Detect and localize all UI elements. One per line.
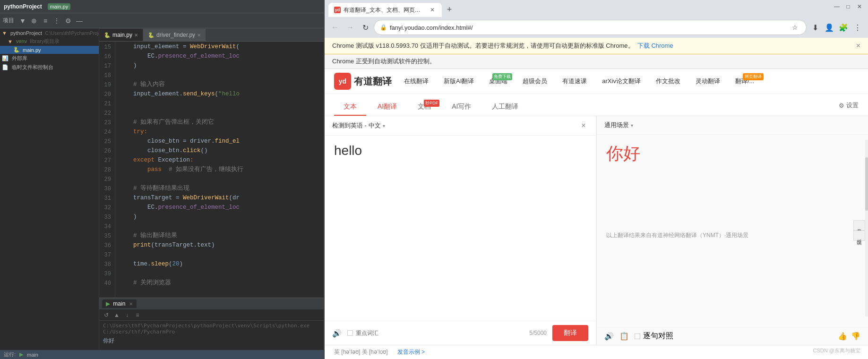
thumbs-down-btn[interactable]: 👎 — [851, 332, 860, 341]
keyword-checkbox[interactable] — [347, 330, 353, 336]
code-line-17: ) — [119, 61, 320, 71]
nav-webpage-trans[interactable]: 翻译/... 网页翻译 — [732, 75, 757, 87]
run-stop-btn[interactable]: ▲ — [112, 311, 121, 319]
tab-ai-write[interactable]: AI写作 — [442, 99, 481, 116]
code-line-38: time.sleep(20) — [119, 260, 320, 269]
thumbs-up-btn[interactable]: 👍 — [838, 332, 847, 341]
code-line-21 — [119, 99, 320, 109]
nav-speed-course[interactable]: 有道速课 — [559, 75, 590, 87]
tab-driver-finder-close[interactable]: ✕ — [197, 33, 201, 38]
automation-bar: Chrome 正受到自动测试软件的控制。 — [325, 54, 868, 69]
nav-forward-btn[interactable]: → — [344, 21, 357, 34]
nav-vip[interactable]: 超级会员 — [520, 75, 550, 87]
toolbar-dropdown-btn[interactable]: ▼ — [18, 16, 27, 26]
run-rerun-btn[interactable]: ↺ — [102, 311, 111, 319]
website-content: yd 有道翻译 在线翻译 新版AI翻译 桌面端 免费下载 超级会员 有道速课 a… — [325, 69, 868, 359]
run-tab-close[interactable]: ✕ — [129, 301, 133, 307]
bookmark-icon[interactable]: ☆ — [789, 22, 800, 33]
yd-logo[interactable]: yd 有道翻译 — [334, 73, 392, 90]
code-line-22 — [119, 109, 320, 118]
tree-item-venv[interactable]: ▼ venv library根目录 — [0, 37, 99, 46]
statusbar-run-label: 运行: — [4, 351, 16, 358]
nav-desktop[interactable]: 桌面端 免费下载 — [486, 75, 510, 87]
toolbar-build-btn[interactable]: ⋮ — [52, 16, 61, 26]
run-settings-btn[interactable]: ≡ — [133, 311, 142, 319]
run-icon: ▶ — [106, 300, 110, 307]
translate-btn[interactable]: 翻译 — [552, 325, 588, 341]
address-lock-icon: 🔒 — [380, 24, 387, 31]
window-maximize-btn[interactable]: □ — [843, 2, 853, 11]
toolbar-settings-btn[interactable]: ⚙ — [63, 16, 73, 26]
tree-item-external-libs[interactable]: 📊 外部库 — [0, 54, 99, 63]
run-output: 你好 — [103, 337, 320, 345]
nav-back-btn[interactable]: ← — [328, 21, 342, 34]
profile-icon[interactable]: 👤 — [823, 21, 836, 34]
tab-human-trans[interactable]: 人工翻译 — [482, 99, 528, 116]
tab-main-py-close[interactable]: ✕ — [134, 33, 138, 38]
output-scrollbar[interactable] — [865, 140, 868, 316]
run-down-btn[interactable]: ↓ — [123, 311, 131, 319]
nav-flexible[interactable]: 灵动翻译 — [693, 75, 723, 87]
tree-item-temp-files[interactable]: 📄 临时文件和控制台 — [0, 63, 99, 72]
tab-main-py[interactable]: 🐍 main.py ✕ — [99, 29, 143, 41]
lang-from-select[interactable]: 检测到英语 - 中文 ▾ — [332, 121, 385, 130]
notification-download-link[interactable]: 下载 Chrome — [637, 42, 673, 49]
browser-chrome: yd 有道翻译_文本、文档、网页、手 ✕ + — □ ✕ ← → ↻ 🔒 fan… — [325, 0, 868, 38]
output-copy-btn[interactable]: 📋 — [619, 332, 629, 341]
settings-btn[interactable]: ⚙ 设置 — [839, 99, 859, 116]
code-line-34 — [119, 222, 320, 231]
code-line-23: # 如果有广告弹出框，关闭它 — [119, 118, 320, 128]
output-speaker-btn[interactable]: 🔊 — [604, 332, 614, 341]
trans-text-input[interactable]: hello — [325, 136, 596, 321]
tab-main-py-icon: 🐍 — [104, 32, 111, 38]
output-translation-text: 你好 — [597, 135, 868, 231]
code-area: 🐍 main.py ✕ 🐍 driver_finder.py ✕ 1516171… — [99, 28, 324, 350]
line-by-line-checkbox[interactable] — [635, 333, 640, 339]
code-content[interactable]: input_element = WebDriverWait( EC.presen… — [115, 42, 324, 298]
phonetics-right[interactable]: 发音示例 > — [397, 348, 425, 356]
nav-essay[interactable]: 作文批改 — [653, 75, 683, 87]
browser-tab-close[interactable]: ✕ — [429, 6, 436, 14]
tab-ai-trans[interactable]: AI翻译 — [368, 99, 406, 116]
toolbar-run-config-btn[interactable]: ⊕ — [29, 16, 39, 26]
webpage-badge: 网页翻译 — [743, 73, 764, 80]
output-lang-bar: 通用场景 ▾ — [597, 116, 868, 135]
youdao-favicon: yd — [334, 7, 341, 13]
tree-item-main-py[interactable]: 🐍 main.py — [0, 46, 99, 54]
nav-arxiv[interactable]: arXiv论文翻译 — [599, 75, 644, 87]
input-speaker-btn[interactable]: 🔊 — [332, 329, 342, 338]
tree-item-project[interactable]: ▼ pythonProject C:\Users\thf\PycharmProj… — [0, 29, 99, 37]
nav-online-trans[interactable]: 在线翻译 — [401, 75, 431, 87]
run-tab[interactable]: ▶ main ✕ — [102, 299, 137, 308]
code-editor[interactable]: 1516171819 2021222324 2526272829 3031323… — [99, 42, 324, 298]
tab-doc[interactable]: 文档 秒PDF — [408, 99, 440, 116]
notification-close-btn[interactable]: × — [856, 42, 860, 50]
nav-ai-trans[interactable]: 新版AI翻译 — [441, 75, 477, 87]
trans-input-bottom-bar: 🔊 重点词汇 5/5000 翻译 — [325, 321, 596, 345]
line-by-line-text: 逐句对照 — [643, 332, 673, 340]
address-bar[interactable]: 🔒 fanyi.youdao.com/index.html#/ ☆ — [374, 20, 807, 35]
lang-to-select[interactable]: 通用场景 ▾ — [604, 121, 633, 129]
yd-logo-icon: yd — [334, 73, 351, 90]
download-icon[interactable]: ⬇ — [808, 21, 822, 34]
browser-tab-youdao[interactable]: yd 有道翻译_文本、文档、网页、手 ✕ — [328, 3, 442, 17]
nav-refresh-btn[interactable]: ↻ — [359, 21, 372, 34]
new-tab-btn[interactable]: + — [443, 3, 456, 16]
tab-driver-finder[interactable]: 🐍 driver_finder.py ✕ — [143, 29, 206, 41]
window-minimize-btn[interactable]: — — [832, 2, 842, 11]
toolbar-run-btn[interactable]: ≡ — [41, 16, 50, 26]
browser-navbar: ← → ↻ 🔒 fanyi.youdao.com/index.html#/ ☆ … — [325, 17, 868, 38]
pdf-badge: 秒PDF — [424, 100, 439, 107]
toolbar-minimize-btn[interactable]: — — [75, 16, 84, 26]
browser-pane: yd 有道翻译_文本、文档、网页、手 ✕ + — □ ✕ ← → ↻ 🔒 fan… — [324, 0, 868, 359]
tab-text[interactable]: 文本 — [334, 99, 366, 116]
feedback-opinion-btn[interactable]: 意见 — [853, 220, 865, 231]
keyword-checkbox-label[interactable]: 重点词汇 — [347, 329, 378, 337]
line-by-line-label[interactable]: 逐句对照 — [635, 331, 673, 341]
ide-project-name: pythonProject — [4, 3, 42, 10]
input-clear-btn[interactable]: × — [579, 121, 588, 130]
feedback-report-btn[interactable]: 反馈 — [853, 231, 865, 241]
extensions-icon[interactable]: 🧩 — [837, 21, 850, 34]
window-close-btn[interactable]: ✕ — [855, 2, 864, 11]
menu-icon[interactable]: ⋮ — [851, 21, 864, 34]
